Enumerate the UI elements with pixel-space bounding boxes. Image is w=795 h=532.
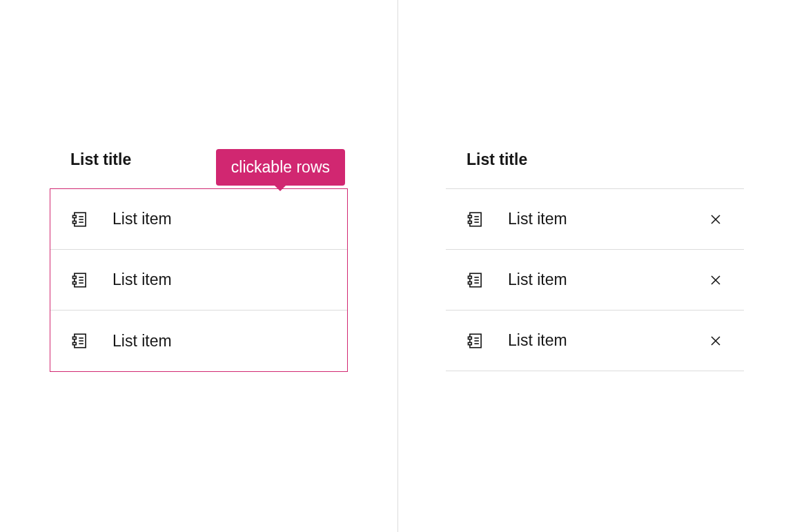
list-title-right: List title	[467, 150, 744, 169]
close-icon[interactable]	[708, 212, 723, 227]
svg-rect-14	[72, 342, 76, 344]
svg-rect-36	[468, 342, 471, 344]
tooltip: clickable rows	[216, 149, 345, 186]
list-item[interactable]: List item	[50, 189, 347, 250]
svg-rect-1	[72, 215, 76, 217]
clipboard-list-icon	[71, 210, 89, 228]
clipboard-list-icon	[71, 332, 89, 350]
svg-rect-27	[468, 276, 471, 278]
svg-rect-7	[72, 276, 76, 278]
close-icon[interactable]	[708, 273, 723, 288]
list-clickable: List item List item List item	[50, 188, 348, 372]
clipboard-list-icon	[467, 210, 484, 228]
clipboard-list-icon	[467, 332, 484, 350]
svg-rect-19	[468, 215, 471, 217]
close-icon[interactable]	[708, 333, 723, 348]
list-item-label: List item	[508, 331, 708, 350]
list-item-label: List item	[112, 332, 326, 351]
svg-rect-28	[468, 282, 471, 284]
list-item: List item	[446, 250, 744, 311]
svg-rect-2	[72, 221, 76, 223]
list-item-label: List item	[508, 270, 708, 289]
list-item-label: List item	[112, 210, 326, 228]
list-item-label: List item	[112, 270, 326, 289]
list-item: List item	[446, 311, 744, 371]
svg-rect-13	[72, 337, 76, 339]
list-dismissable: List item List item List item	[446, 188, 744, 371]
list-item: List item	[446, 189, 744, 250]
list-item[interactable]: List item	[50, 250, 347, 311]
list-item[interactable]: List item	[50, 311, 347, 371]
tooltip-arrow	[274, 185, 286, 191]
svg-rect-35	[468, 337, 471, 339]
svg-rect-20	[468, 221, 471, 223]
tooltip-label: clickable rows	[231, 158, 330, 176]
left-panel: List title clickable rows List item List…	[0, 0, 398, 532]
list-item-label: List item	[508, 210, 708, 228]
right-panel: List title List item List item	[398, 0, 795, 532]
clipboard-list-icon	[71, 271, 89, 289]
clipboard-list-icon	[467, 271, 484, 289]
svg-rect-8	[72, 282, 76, 284]
